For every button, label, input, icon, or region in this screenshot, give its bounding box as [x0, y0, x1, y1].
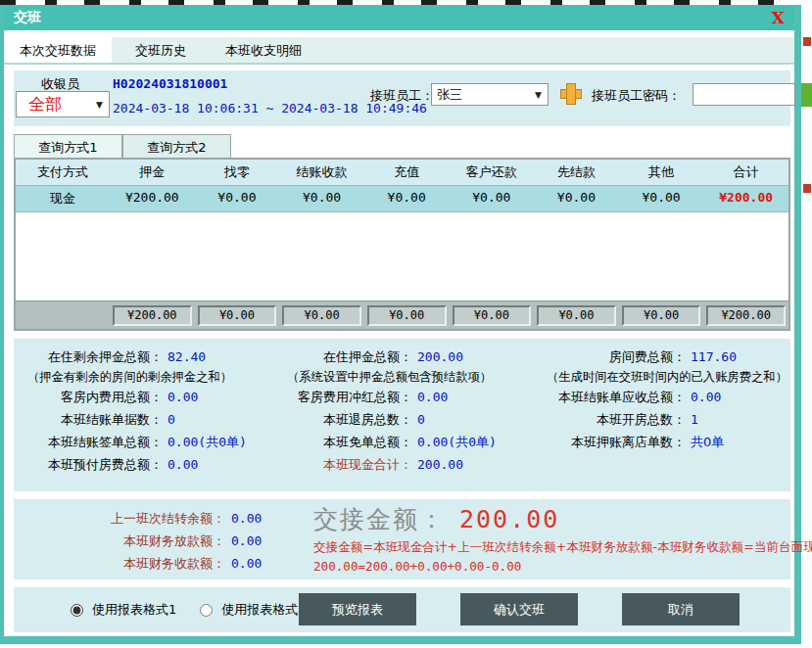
col-header-deposit[interactable]: 押金	[110, 160, 195, 185]
total-grand: ¥200.00	[706, 305, 786, 326]
note-remaining-deposit: （押金有剩余的房间的剩余押金之和）	[14, 368, 273, 386]
report-format-1-radio[interactable]	[71, 604, 83, 617]
shift-handover-dialog: 交班 X 本次交班数据 交班历史 本班收支明细 收银员 全部 ▼ H020240…	[0, 5, 801, 644]
payment-table-totals: ¥200.00 ¥0.00 ¥0.00 ¥0.00 ¥0.00 ¥0.00 ¥0…	[16, 301, 788, 329]
background-red-fragment	[803, 37, 811, 46]
cell-change: ¥0.00	[195, 186, 280, 211]
background-green-fragment	[801, 83, 812, 107]
stat-previous-shift-carryover: 上一班次结转余额： 0.00	[14, 507, 262, 530]
chevron-down-icon[interactable]: ▼	[529, 90, 548, 100]
report-format-2-radio[interactable]	[200, 604, 213, 617]
total-deposit: ¥200.00	[113, 305, 192, 326]
stat-inhouse-deposit: 在住押金总额： 200.00	[273, 346, 533, 368]
stat-credit-checkout-count: 本班押账离店单数： 共0单	[533, 431, 791, 453]
payment-table: 支付方式 押金 找零 结账收款 充值 客户还款 先结款 其他 合计 现金 ¥20…	[14, 158, 790, 331]
handover-panel: 上一班次结转余额： 0.00 本班财务放款额： 0.00 本班财务收款额： 0.…	[14, 499, 790, 579]
col-header-recharge[interactable]: 充值	[364, 160, 450, 185]
next-staff-select[interactable]: 张三 ▼	[431, 83, 549, 106]
stat-signed-bill-total: 本班结账签单总额： 0.00(共0单)	[14, 431, 273, 453]
main-tabstrip: 本次交班数据 交班历史 本班收支明细	[4, 37, 794, 65]
handover-amount-value: 200.00	[446, 505, 559, 533]
stat-checkout-bill-count: 本班结账单据数： 0	[14, 408, 273, 431]
note-room-fee: （生成时间在交班时间内的已入账房费之和）	[533, 368, 791, 386]
tab-query-mode-2[interactable]: 查询方式2	[122, 134, 231, 158]
dialog-title: 交班	[14, 9, 41, 26]
total-pre-settlement: ¥0.00	[537, 305, 616, 326]
col-header-checkout-receipt[interactable]: 结账收款	[279, 160, 364, 185]
shift-id: H02024031810001	[113, 76, 227, 91]
total-other: ¥0.00	[622, 305, 701, 326]
col-header-customer-repayment[interactable]: 客户还款	[450, 160, 535, 185]
stat-finance-collection: 本班财务收款额： 0.00	[14, 552, 262, 575]
report-format-1-label: 使用报表格式1	[92, 601, 176, 619]
tab-query-mode-1[interactable]: 查询方式1	[14, 134, 122, 158]
table-empty-area	[16, 212, 788, 301]
handover-amount: 交接金额：200.00	[313, 503, 793, 535]
tab-income-expense-detail[interactable]: 本班收支明细	[210, 37, 317, 63]
next-staff-value: 张三	[432, 86, 462, 104]
stat-checkout-receivable: 本班结账单应收总额： 0.00	[533, 386, 791, 408]
total-customer-repayment: ¥0.00	[453, 305, 532, 326]
close-icon[interactable]: X	[772, 10, 785, 26]
handover-formula: 交接金额=本班现金合计+上一班次结转余额+本班财务放款额-本班财务收款额=当前台…	[313, 539, 793, 556]
stat-expense-reversal: 客房费用冲红总额： 0.00	[273, 386, 533, 408]
col-header-other[interactable]: 其他	[619, 160, 704, 185]
total-checkout-receipt: ¥0.00	[282, 305, 361, 326]
cell-recharge: ¥0.00	[364, 186, 450, 211]
report-format-2-label: 使用报表格式2	[221, 601, 306, 619]
cell-checkout-receipt: ¥0.00	[279, 186, 364, 211]
stat-finance-loan: 本班财务放款额： 0.00	[14, 530, 262, 552]
cell-total: ¥200.00	[703, 186, 788, 211]
cashier-select[interactable]: 全部 ▼	[16, 91, 110, 117]
tab-shift-history[interactable]: 交班历史	[112, 37, 210, 63]
stat-remaining-deposit: 在住剩余押金总额： 82.40	[14, 346, 273, 368]
shift-summary-panel: 在住剩余押金总额： 82.40 在住押金总额： 200.00 房间费总额： 11…	[14, 339, 790, 491]
cell-deposit: ¥200.00	[110, 186, 195, 211]
cashier-panel: 收银员 全部 ▼ H02024031810001 2024-03-18 10:0…	[14, 70, 790, 126]
stat-prepaid-room-fee: 本班预付房费总额： 0.00	[14, 453, 273, 476]
add-staff-icon[interactable]	[560, 83, 580, 103]
footer-bar: 使用报表格式1 使用报表格式2 预览报表 确认交班 取消	[14, 587, 790, 632]
next-staff-password-input[interactable]	[693, 83, 795, 106]
handover-amount-label: 交接金额：	[313, 505, 446, 533]
stat-shift-cash-total: 本班现金合计： 200.00	[273, 453, 533, 476]
col-header-total[interactable]: 合计	[703, 160, 788, 185]
cell-other: ¥0.00	[619, 186, 704, 211]
tab-current-shift-data[interactable]: 本次交班数据	[4, 37, 112, 63]
next-staff-label: 接班员工：	[370, 87, 434, 105]
confirm-handover-button[interactable]: 确认交班	[460, 593, 578, 625]
total-change: ¥0.00	[198, 305, 277, 326]
screen: 交班 X 本次交班数据 交班历史 本班收支明细 收银员 全部 ▼ H020240…	[0, 0, 812, 648]
col-header-payment-method[interactable]: 支付方式	[16, 160, 110, 185]
stat-checkin-count: 本班开房总数： 1	[533, 408, 791, 431]
handover-equation: 200.00=200.00+0.00+0.00-0.00	[313, 559, 793, 574]
stat-room-fee-total: 房间费总额： 117.60	[533, 346, 791, 368]
next-staff-password-label: 接班员工密码：	[592, 87, 681, 105]
table-row-cash[interactable]: 现金 ¥200.00 ¥0.00 ¥0.00 ¥0.00 ¥0.00 ¥0.00…	[16, 186, 788, 212]
chevron-down-icon[interactable]: ▼	[90, 100, 109, 110]
preview-report-button[interactable]: 预览报表	[299, 593, 416, 625]
col-header-change[interactable]: 找零	[195, 160, 280, 185]
stat-inroom-expense: 客房内费用总额： 0.00	[14, 386, 273, 408]
stat-free-bill-total: 本班免单总额： 0.00(共0单)	[273, 431, 533, 453]
stat-empty-cell	[533, 453, 791, 476]
background-red-fragment	[803, 184, 811, 193]
cell-pre-settlement: ¥0.00	[534, 186, 619, 211]
col-header-pre-settlement[interactable]: 先结款	[534, 160, 619, 185]
stat-checkout-count: 本班退房总数： 0	[273, 408, 533, 431]
cell-customer-repayment: ¥0.00	[450, 186, 535, 211]
cashier-selected-value: 全部	[17, 93, 62, 116]
payment-table-header: 支付方式 押金 找零 结账收款 充值 客户还款 先结款 其他 合计	[16, 160, 788, 186]
query-tabstrip: 查询方式1 查询方式2	[14, 134, 790, 158]
cell-payment-method: 现金	[16, 186, 110, 211]
note-inhouse-deposit: （系统设置中押金总额包含预结款项）	[273, 368, 533, 386]
cancel-button[interactable]: 取消	[622, 593, 740, 625]
total-recharge: ¥0.00	[367, 305, 447, 326]
dialog-titlebar[interactable]: 交班 X	[4, 5, 794, 30]
